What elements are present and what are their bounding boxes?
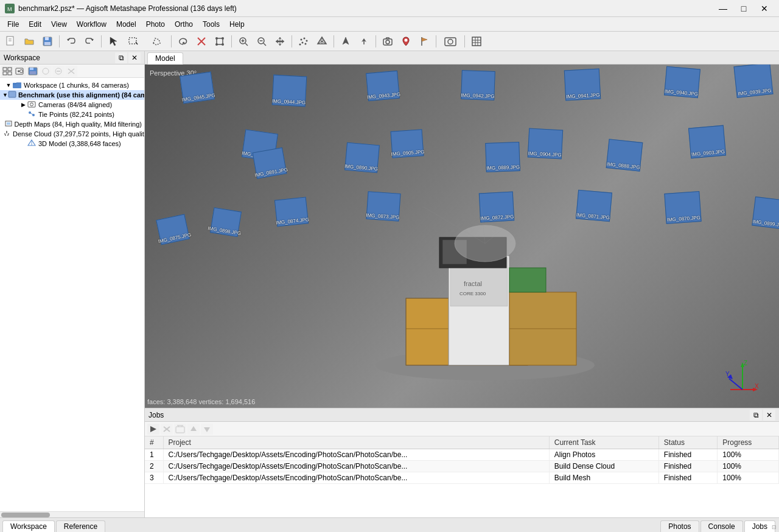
job-cell-num: 2: [145, 461, 163, 472]
svg-point-25: [306, 40, 308, 41]
menu-item-photo[interactable]: Photo: [141, 19, 170, 30]
col-task: Current Task: [549, 436, 658, 449]
ws-btn-d3[interactable]: [65, 66, 77, 77]
jobs-table: # Project Current Task Status Progress 1…: [145, 436, 779, 517]
menu-item-file[interactable]: File: [2, 19, 24, 30]
workspace-float-button[interactable]: ⧉: [115, 52, 127, 63]
menu-item-help[interactable]: Help: [225, 19, 250, 30]
jobs-run-button[interactable]: [147, 424, 159, 435]
workspace-root[interactable]: ▼ Workspace (1 chunks, 84 cameras): [0, 80, 144, 90]
rect-select-button[interactable]: [123, 33, 145, 49]
workspace-title: Workspace: [4, 54, 40, 62]
select-button[interactable]: [105, 33, 122, 49]
new-button[interactable]: [2, 33, 19, 49]
save-button[interactable]: [39, 33, 56, 49]
3d-model-icon: [27, 139, 37, 148]
fly-button[interactable]: [355, 33, 372, 49]
marker-button[interactable]: [397, 33, 414, 49]
zoom-out-button[interactable]: [253, 33, 270, 49]
photo-button[interactable]: [439, 33, 461, 49]
viewport[interactable]: Perspective 30° IMG_0945.JPGIMG_0944.JPG…: [145, 65, 779, 408]
camera-button[interactable]: [379, 33, 396, 49]
job-cell-project: C:/Users/Techgage/Desktop/Assets/Encodin…: [163, 449, 549, 461]
tab-reference[interactable]: Reference: [56, 520, 105, 532]
main-area: Workspace ⧉ ✕: [0, 51, 779, 517]
col-status: Status: [658, 436, 717, 449]
jobs-close-button[interactable]: ✕: [763, 410, 775, 421]
job-row[interactable]: 3C:/Users/Techgage/Desktop/Assets/Encodi…: [145, 472, 779, 484]
mesh-view-button[interactable]: [313, 33, 330, 49]
job-row[interactable]: 1C:/Users/Techgage/Desktop/Assets/Encodi…: [145, 449, 779, 461]
toolbar-separator-8: [436, 35, 436, 47]
close-button[interactable]: ✕: [755, 0, 774, 17]
ws-btn-d1[interactable]: [40, 66, 52, 77]
ws-add-chunk[interactable]: [1, 66, 13, 77]
3d-model-item[interactable]: 3D Model (3,388,648 faces): [0, 139, 144, 149]
job-cell-task: Build Mesh: [549, 472, 658, 484]
jobs-panel: Jobs ⧉ ✕: [145, 408, 779, 517]
menu-item-tools[interactable]: Tools: [198, 19, 225, 30]
app-icon: M: [5, 4, 15, 13]
workspace-scrollbar[interactable]: [0, 511, 144, 517]
menu-item-edit[interactable]: Edit: [24, 19, 46, 30]
ws-btn-d2[interactable]: [52, 66, 65, 77]
face-count-label: faces: 3,388,648 vertices: 1,694,516: [147, 398, 255, 405]
pan-button[interactable]: [271, 33, 288, 49]
svg-line-68: [30, 113, 33, 115]
redo-button[interactable]: [81, 33, 98, 49]
jobs-float-button[interactable]: ⧉: [750, 410, 762, 421]
undo-button[interactable]: [63, 33, 80, 49]
tab-console[interactable]: Console: [700, 520, 743, 532]
navigate-button[interactable]: [337, 33, 354, 49]
open-button[interactable]: [21, 33, 38, 49]
tab-workspace[interactable]: Workspace: [2, 520, 55, 532]
workspace-toolbar: [0, 65, 144, 78]
lasso-button[interactable]: [175, 33, 192, 49]
menu-item-ortho[interactable]: Ortho: [170, 19, 198, 30]
tie-points-item[interactable]: Tie Points (82,241 points): [0, 110, 144, 119]
titlebar-controls[interactable]: — □ ✕: [713, 0, 774, 17]
svg-rect-8: [129, 38, 136, 44]
toolbar-separator-9: [464, 35, 465, 47]
svg-point-72: [6, 132, 7, 133]
svg-rect-46: [3, 68, 7, 71]
job-row[interactable]: 2C:/Users/Techgage/Desktop/Assets/Encodi…: [145, 461, 779, 472]
jobs-delete-button[interactable]: [174, 424, 186, 435]
jobs-down-button[interactable]: [201, 424, 213, 435]
jobs-table-header: # Project Current Task Status Progress: [145, 436, 779, 449]
chunk-item[interactable]: ▼ Benchmark (use this alignment) (84 cam…: [0, 90, 144, 100]
job-cell-status: Finished: [658, 472, 717, 484]
cameras-item[interactable]: ▶ Cameras (84/84 aligned): [0, 100, 144, 110]
tie-points-icon: [27, 110, 37, 119]
toolbar-separator-2: [101, 35, 102, 47]
svg-point-27: [305, 43, 307, 44]
tree-arrow-root: ▼: [5, 82, 12, 88]
ws-add-photos[interactable]: [14, 66, 26, 77]
ws-save[interactable]: [27, 66, 39, 77]
svg-rect-70: [7, 122, 10, 125]
tab-photos[interactable]: Photos: [660, 520, 699, 532]
window-title: benchmark2.psz* — Agisoft Metashape Prof…: [18, 4, 237, 13]
menu-item-model[interactable]: Model: [111, 19, 141, 30]
flag-button[interactable]: [416, 33, 433, 49]
jobs-stop-button[interactable]: [161, 424, 173, 435]
minimize-button[interactable]: —: [713, 0, 733, 17]
maximize-button[interactable]: □: [734, 0, 753, 17]
transform-button[interactable]: [211, 33, 228, 49]
menu-item-view[interactable]: View: [46, 19, 72, 30]
menu-item-workflow[interactable]: Workflow: [72, 19, 111, 30]
dense-cloud-item[interactable]: Dense Cloud (37,297,572 points, High qua…: [0, 129, 144, 139]
job-cell-status: Finished: [658, 461, 717, 472]
tab-model[interactable]: Model: [147, 52, 183, 65]
delete-selection-button[interactable]: [193, 33, 210, 49]
points-view-button[interactable]: [295, 33, 312, 49]
svg-rect-7: [44, 42, 51, 45]
zoom-in-button[interactable]: [235, 33, 252, 49]
depth-maps-item[interactable]: Depth Maps (84, High quality, Mild filte…: [0, 119, 144, 129]
grid-button[interactable]: [468, 33, 485, 49]
resize-handle[interactable]: ⊡: [769, 522, 779, 532]
svg-text:M: M: [7, 6, 12, 12]
poly-select-button[interactable]: [146, 33, 168, 49]
workspace-close-button[interactable]: ✕: [128, 52, 141, 63]
jobs-up-button[interactable]: [187, 424, 200, 435]
